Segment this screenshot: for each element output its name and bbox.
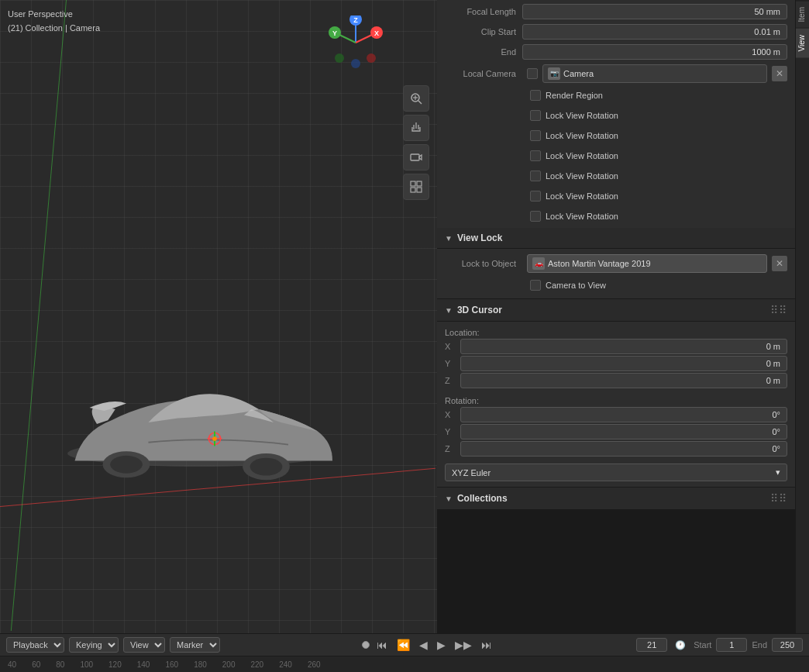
- current-frame-value[interactable]: 21: [636, 638, 667, 652]
- prev-frame-button[interactable]: ◀: [417, 637, 430, 653]
- svg-point-14: [110, 456, 143, 474]
- lock-view-rotation-row-3: Lock View Rotation: [437, 166, 795, 186]
- render-region-checkbox[interactable]: [530, 90, 541, 101]
- play-button[interactable]: ▶: [435, 637, 448, 653]
- location-y-axis: Y: [445, 359, 460, 368]
- local-camera-checkbox[interactable]: [527, 68, 538, 79]
- hand-pan-icon[interactable]: [403, 115, 429, 141]
- tab-item[interactable]: Item: [796, 0, 809, 28]
- playback-select[interactable]: Playback: [6, 637, 64, 653]
- cursor-3d-dots: ⠿⠿: [770, 304, 787, 316]
- camera-field[interactable]: 📷 Camera: [542, 64, 767, 83]
- svg-line-22: [418, 101, 422, 104]
- cursor-3d-section: ▼ 3D Cursor ⠿⠿ Location: X 0 m Y 0 m: [437, 299, 795, 487]
- location-y-value[interactable]: 0 m: [460, 356, 787, 371]
- lock-view-rotation-checkbox-0[interactable]: [530, 110, 541, 121]
- rotation-mode-dropdown[interactable]: XYZ Euler ▾: [445, 464, 787, 481]
- grid-view-icon[interactable]: [403, 174, 429, 200]
- location-z-value[interactable]: 0 m: [460, 373, 787, 388]
- viewport-label: User Perspective (21) Collection | Camer…: [8, 8, 100, 35]
- skip-start-button[interactable]: ⏮: [374, 637, 390, 653]
- gizmo[interactable]: Z X Y: [329, 16, 383, 70]
- start-frame-value[interactable]: 1: [716, 638, 747, 652]
- lock-view-rotation-label-0: Lock View Rotation: [546, 111, 618, 120]
- collections-dots: ⠿⠿: [770, 492, 787, 505]
- ruler-mark: 80: [56, 660, 64, 669]
- location-x-row: X 0 m: [445, 339, 787, 354]
- skip-end-button[interactable]: ⏭: [479, 637, 494, 653]
- collections-header[interactable]: ▼ Collections ⠿⠿: [437, 488, 795, 510]
- car-model: [53, 354, 347, 494]
- zoom-icon[interactable]: [403, 85, 429, 112]
- cursor-3d-arrow: ▼: [445, 306, 453, 315]
- lock-view-rotation-label-2: Lock View Rotation: [546, 151, 618, 160]
- ruler-mark: 180: [194, 660, 207, 669]
- rotation-y-row: Y 0°: [445, 424, 787, 439]
- view-lock-title: View Lock: [457, 233, 502, 243]
- keyframe-indicator: [362, 641, 370, 649]
- location-z-row: Z 0 m: [445, 373, 787, 388]
- lock-to-object-row: Lock to Object 🚗 Aston Martin Vantage 20…: [437, 252, 795, 275]
- view-select[interactable]: View: [123, 637, 165, 653]
- start-label: Start: [694, 640, 711, 650]
- lock-view-rotation-label-4: Lock View Rotation: [546, 191, 618, 201]
- svg-rect-26: [411, 181, 415, 186]
- render-region-label: Render Region: [546, 91, 603, 100]
- view-lock-section: ▼ View Lock Lock to Object 🚗 Aston Marti…: [437, 228, 795, 298]
- svg-rect-28: [411, 188, 415, 192]
- ruler-mark: 260: [308, 660, 321, 669]
- timeline-ruler[interactable]: 406080100120140160180200220240260: [0, 656, 809, 672]
- cursor-3d-header[interactable]: ▼ 3D Cursor ⠿⠿: [437, 299, 795, 322]
- rotation-x-row: X 0°: [445, 407, 787, 422]
- lock-view-rotation-checkbox-5[interactable]: [530, 211, 541, 222]
- camera-icon-small: 📷: [548, 67, 560, 80]
- local-camera-clear-button[interactable]: ✕: [772, 66, 787, 81]
- rotation-mode-row: XYZ Euler ▾: [437, 461, 795, 484]
- lock-view-rotation-row-0: Lock View Rotation: [437, 105, 795, 126]
- marker-select[interactable]: Marker: [170, 637, 220, 653]
- rotation-y-value[interactable]: 0°: [460, 424, 787, 439]
- viewport[interactable]: User Perspective (21) Collection | Camer…: [0, 0, 437, 633]
- next-frame-button[interactable]: ▶▶: [453, 637, 474, 653]
- tab-view[interactable]: View: [796, 28, 809, 58]
- ruler-mark: 40: [8, 660, 16, 669]
- rotation-z-value[interactable]: 0°: [460, 441, 787, 457]
- local-camera-label: Local Camera: [445, 69, 522, 78]
- lock-object-field[interactable]: 🚗 Aston Martin Vantage 2019: [527, 254, 767, 273]
- rotation-x-axis: X: [445, 410, 460, 419]
- collections-section: ▼ Collections ⠿⠿: [437, 488, 795, 510]
- rotation-group: Rotation: X 0° Y 0° Z 0°: [437, 393, 795, 461]
- lock-view-rotation-label-5: Lock View Rotation: [546, 212, 618, 221]
- lock-view-rotation-checkbox-2[interactable]: [530, 150, 541, 161]
- ruler-mark: 100: [80, 660, 93, 669]
- clip-end-value[interactable]: 1000 m: [522, 44, 787, 60]
- svg-point-16: [250, 458, 282, 476]
- lock-view-rotation-checkbox-4[interactable]: [530, 191, 541, 202]
- camera-to-view-checkbox[interactable]: [530, 280, 541, 291]
- location-group: Location: X 0 m Y 0 m Z 0 m: [437, 325, 795, 393]
- clip-start-value[interactable]: 0.01 m: [522, 24, 787, 40]
- svg-point-9: [367, 53, 376, 63]
- keying-select[interactable]: Keying: [69, 637, 119, 653]
- svg-text:X: X: [374, 29, 379, 37]
- view-lock-header[interactable]: ▼ View Lock: [437, 228, 795, 249]
- camera-view-icon[interactable]: [403, 144, 429, 171]
- end-frame-value[interactable]: 250: [772, 638, 803, 652]
- view-lock-arrow: ▼: [445, 234, 453, 243]
- dropdown-chevron: ▾: [776, 467, 780, 477]
- rotation-x-value[interactable]: 0°: [460, 407, 787, 422]
- lock-object-clear-button[interactable]: ✕: [772, 256, 787, 271]
- focal-length-value[interactable]: 50 mm: [522, 4, 787, 19]
- lock-view-rotation-checkbox-1[interactable]: [530, 130, 541, 141]
- prev-keyframe-button[interactable]: ⏪: [394, 637, 412, 653]
- ruler-mark: 240: [279, 660, 292, 669]
- lock-view-rotation-checkbox-3[interactable]: [530, 171, 541, 181]
- camera-to-view-row: Camera to View: [437, 275, 795, 295]
- lock-view-rotation-row-5: Lock View Rotation: [437, 206, 795, 226]
- clip-start-label: Clip Start: [445, 27, 522, 36]
- location-y-row: Y 0 m: [445, 356, 787, 371]
- lock-view-rotation-label-1: Lock View Rotation: [546, 131, 618, 140]
- lock-view-rotation-row-1: Lock View Rotation: [437, 126, 795, 146]
- location-x-value[interactable]: 0 m: [460, 339, 787, 354]
- render-region-row: Render Region: [437, 85, 795, 105]
